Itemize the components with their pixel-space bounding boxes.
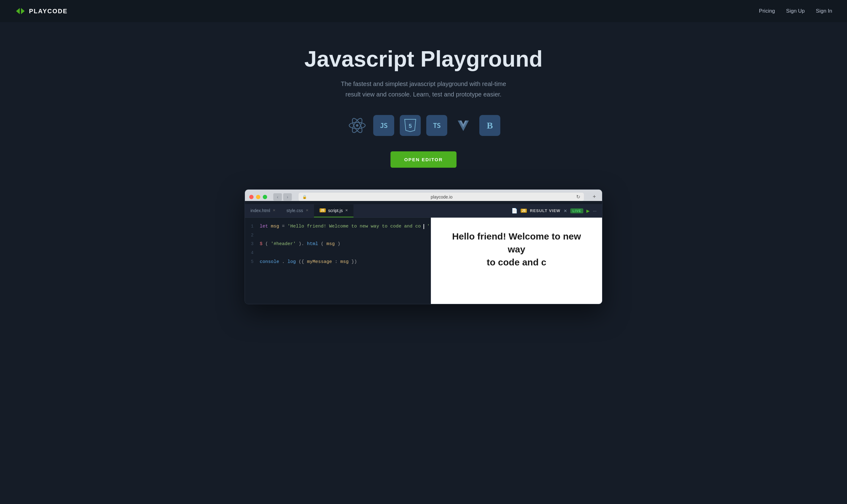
live-badge: LIVE	[570, 209, 583, 213]
code-line-1: 1 let msg = 'Hello friend! Welcome to ne…	[245, 222, 430, 231]
line-num-1: 1	[245, 223, 260, 230]
code-content-1: let msg = 'Hello friend! Welcome to new …	[260, 222, 430, 231]
tab-label-style-css: style.css	[286, 208, 303, 213]
result-js-badge: JS	[520, 209, 527, 213]
code-content-3: $ ( '#header' ). html ( msg )	[260, 240, 340, 248]
svg-text:5: 5	[409, 123, 412, 129]
browser-address-text: playcode.io	[309, 195, 574, 199]
result-tab-close[interactable]: ✕	[564, 209, 567, 213]
navbar: PLAYCODE Pricing Sign Up Sign In	[0, 0, 847, 22]
tech-icon-html5: 5	[400, 115, 421, 136]
lock-icon: 🔒	[302, 195, 307, 199]
browser-dot-red[interactable]	[249, 195, 253, 199]
browser-dot-yellow[interactable]	[256, 195, 260, 199]
browser-dot-green[interactable]	[263, 195, 267, 199]
browser-forward-button[interactable]: ›	[283, 193, 292, 201]
nav-logo[interactable]: PLAYCODE	[15, 5, 68, 17]
svg-point-5	[356, 124, 358, 127]
browser-back-button[interactable]: ‹	[273, 193, 282, 201]
tab-close-script-js[interactable]: ✕	[345, 209, 348, 212]
line-num-5: 5	[245, 258, 260, 266]
code-line-4: 4	[245, 249, 430, 257]
line-num-4: 4	[245, 249, 260, 257]
tab-index-html[interactable]: index.html ✕	[245, 204, 281, 217]
play-button[interactable]: ▶	[586, 209, 590, 213]
line-num-2: 2	[245, 232, 260, 239]
result-pane: Hello friend! Welcome to new wayto code …	[430, 218, 602, 304]
hero-section: Javascript Playground The fastest and si…	[0, 22, 847, 323]
playcode-logo-icon	[15, 5, 26, 17]
result-tab-label: RESULT VIEW	[530, 209, 561, 213]
tab-label-script-js: script.js	[328, 208, 343, 213]
browser-address-bar[interactable]: 🔒 playcode.io ↻	[299, 193, 584, 201]
browser-title-bar: ‹ › 🔒 playcode.io ↻ +	[249, 193, 598, 201]
browser-new-tab-button[interactable]: +	[591, 194, 598, 200]
result-text: Hello friend! Welcome to new wayto code …	[442, 230, 591, 269]
editor-body: 1 let msg = 'Hello friend! Welcome to ne…	[245, 218, 602, 304]
svg-marker-0	[16, 8, 20, 14]
code-content-5: console . log ({ myMessage : msg })	[260, 258, 357, 266]
browser-mockup: ‹ › 🔒 playcode.io ↻ + index.html ✕ style…	[245, 189, 602, 304]
doc-icon: 📄	[511, 208, 517, 214]
editor-tabs: index.html ✕ style.css ✕ JS script.js ✕ …	[245, 204, 602, 218]
tech-icon-react	[347, 115, 368, 136]
nav-logo-text: PLAYCODE	[29, 8, 68, 15]
nav-link-pricing[interactable]: Pricing	[759, 8, 775, 14]
tech-icon-vue	[453, 115, 474, 136]
tab-close-index-html[interactable]: ✕	[273, 209, 276, 212]
code-line-5: 5 console . log ({ myMessage : msg })	[245, 257, 430, 267]
tab-style-css[interactable]: style.css ✕	[281, 204, 314, 217]
tab-script-js[interactable]: JS script.js ✕	[314, 204, 354, 217]
code-line-2: 2	[245, 231, 430, 240]
browser-nav-buttons: ‹ ›	[273, 193, 292, 201]
svg-marker-1	[21, 8, 25, 14]
nav-links: Pricing Sign Up Sign In	[759, 8, 832, 14]
nav-link-signin[interactable]: Sign In	[816, 8, 832, 14]
code-pane[interactable]: 1 let msg = 'Hello friend! Welcome to ne…	[245, 218, 430, 304]
tech-icon-bootstrap: B	[479, 115, 500, 136]
browser-chrome: ‹ › 🔒 playcode.io ↻ +	[245, 190, 602, 201]
cursor	[423, 224, 424, 229]
line-num-3: 3	[245, 240, 260, 248]
hero-subtitle: The fastest and simplest javascript play…	[337, 78, 510, 100]
hero-title: Javascript Playground	[304, 47, 543, 71]
more-options-button[interactable]: ···	[593, 209, 597, 213]
code-line-3: 3 $ ( '#header' ). html ( msg )	[245, 239, 430, 249]
browser-refresh-button[interactable]: ↻	[576, 194, 580, 200]
tech-icon-js: JS	[373, 115, 394, 136]
open-editor-button[interactable]: OPEN EDITOR	[390, 151, 456, 168]
tab-result-view[interactable]: 📄 JS RESULT VIEW ✕ LIVE ▶ ···	[506, 204, 602, 217]
tab-close-style-css[interactable]: ✕	[306, 209, 308, 212]
nav-link-signup[interactable]: Sign Up	[786, 8, 805, 14]
tab-js-icon: JS	[320, 209, 326, 212]
tab-label-index-html: index.html	[250, 208, 270, 213]
tech-icons-row: JS 5 TS B	[347, 115, 500, 136]
tech-icon-ts: TS	[426, 115, 447, 136]
